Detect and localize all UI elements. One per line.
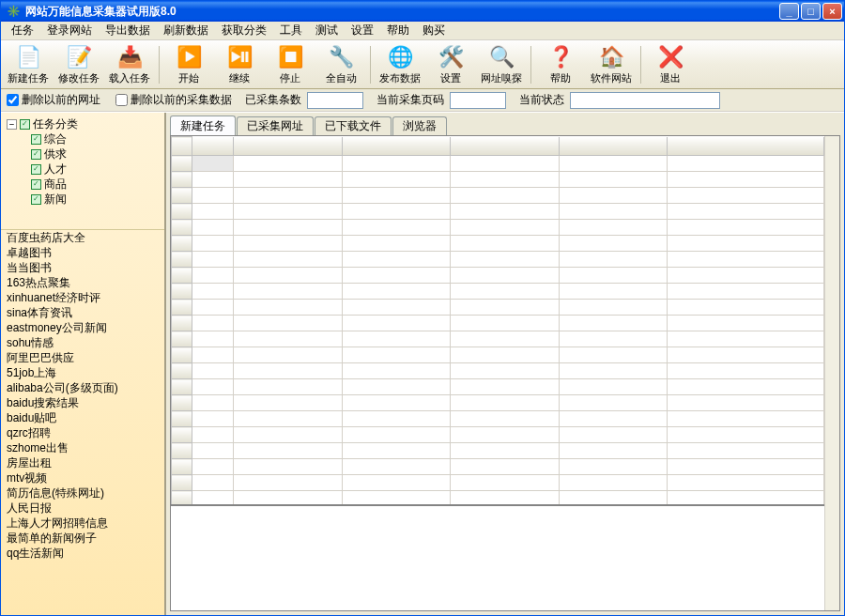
- start-button[interactable]: ▶️开始: [165, 43, 212, 86]
- tab-0[interactable]: 新建任务: [170, 116, 236, 135]
- options-bar: 删除以前的网址 删除以前的采集数据 已采集条数 当前采集页码 当前状态: [1, 89, 844, 112]
- stop-button-icon: ⏹️: [277, 44, 303, 70]
- exit-button[interactable]: ❌退出: [647, 43, 694, 86]
- tree-item-3[interactable]: ✓商品: [3, 177, 162, 192]
- list-item[interactable]: 卓越图书: [1, 245, 164, 260]
- tree-item-label: 供求: [44, 146, 67, 162]
- data-grid[interactable]: [171, 136, 824, 504]
- tree-root[interactable]: − ✓ 任务分类: [3, 116, 162, 131]
- delete-prev-url-checkbox[interactable]: 删除以前的网址: [7, 92, 100, 108]
- menu-5[interactable]: 工具: [273, 21, 309, 40]
- tree-item-1[interactable]: ✓供求: [3, 146, 162, 162]
- delete-prev-data-checkbox[interactable]: 删除以前的采集数据: [115, 92, 232, 108]
- settings-button[interactable]: 🛠️设置: [427, 43, 474, 86]
- publish-button[interactable]: 🌐发布数据: [376, 43, 423, 86]
- check-icon[interactable]: ✓: [20, 119, 30, 130]
- tree-item-2[interactable]: ✓人才: [3, 162, 162, 177]
- auto-button[interactable]: 🔧全自动: [317, 43, 364, 86]
- tree-item-label: 人才: [44, 162, 67, 177]
- list-item[interactable]: alibaba公司(多级页面): [1, 380, 164, 395]
- edit-task-button-icon: 📝: [66, 44, 92, 70]
- settings-button-label: 设置: [440, 71, 461, 85]
- list-item[interactable]: 房屋出租: [1, 455, 164, 470]
- load-task-button-icon: 📥: [116, 44, 143, 70]
- list-item[interactable]: 最简单的新闻例子: [1, 531, 164, 546]
- list-item[interactable]: baidu搜索结果: [1, 395, 164, 410]
- list-item[interactable]: sohu情感: [1, 335, 164, 350]
- toolbar: 📄新建任务📝修改任务📥载入任务▶️开始⏯️继续⏹️停止🔧全自动🌐发布数据🛠️设置…: [1, 40, 844, 89]
- list-item[interactable]: szhome出售: [1, 440, 164, 455]
- maximize-button[interactable]: □: [801, 3, 821, 20]
- load-task-button-label: 载入任务: [109, 71, 150, 85]
- load-task-button[interactable]: 📥载入任务: [106, 43, 153, 86]
- website-button[interactable]: 🏠软件网站: [588, 43, 635, 86]
- help-button[interactable]: ❓帮助: [537, 43, 584, 86]
- new-task-button-icon: 📄: [15, 44, 41, 70]
- new-task-button-label: 新建任务: [8, 71, 49, 85]
- list-item[interactable]: 当当图书: [1, 260, 164, 275]
- main-area: 新建任务已采集网址已下载文件浏览器: [166, 113, 844, 615]
- list-item[interactable]: xinhuanet经济时评: [1, 290, 164, 305]
- toolbar-separator: [159, 46, 160, 84]
- menu-9[interactable]: 购买: [416, 21, 452, 40]
- list-item[interactable]: 阿里巴巴供应: [1, 350, 164, 365]
- current-page-label: 当前采集页码: [376, 92, 444, 108]
- app-icon: ✳️: [6, 4, 21, 19]
- titlebar: ✳️ 网站万能信息采集器试用版8.0 _ □ ×: [1, 1, 844, 22]
- check-icon[interactable]: ✓: [31, 194, 41, 205]
- window-title: 网站万能信息采集器试用版8.0: [23, 4, 779, 20]
- help-button-label: 帮助: [550, 71, 571, 85]
- current-state-input[interactable]: [570, 92, 720, 109]
- tree-item-label: 新闻: [44, 192, 67, 208]
- menu-6[interactable]: 测试: [309, 21, 345, 40]
- menu-4[interactable]: 获取分类: [215, 21, 273, 40]
- tab-3[interactable]: 浏览器: [392, 116, 447, 135]
- check-icon[interactable]: ✓: [31, 164, 41, 175]
- tree-item-0[interactable]: ✓综合: [3, 131, 162, 146]
- toolbar-separator: [530, 46, 531, 84]
- tab-1[interactable]: 已采集网址: [237, 116, 314, 135]
- list-item[interactable]: sina体育资讯: [1, 305, 164, 320]
- menu-7[interactable]: 设置: [345, 21, 380, 40]
- menu-1[interactable]: 登录网站: [40, 21, 99, 40]
- continue-button[interactable]: ⏯️继续: [216, 43, 263, 86]
- close-button[interactable]: ×: [822, 3, 842, 20]
- vertical-scrollbar[interactable]: [824, 136, 839, 610]
- minimize-button[interactable]: _: [779, 3, 799, 20]
- auto-button-label: 全自动: [326, 71, 357, 85]
- task-list: 百度虫药店大全卓越图书当当图书163热点聚集xinhuanet经济时评sina体…: [1, 229, 164, 615]
- stop-button[interactable]: ⏹️停止: [267, 43, 314, 86]
- menu-2[interactable]: 导出数据: [99, 21, 157, 40]
- grid-footer-panel: [171, 504, 824, 506]
- list-item[interactable]: eastmoney公司新闻: [1, 320, 164, 335]
- list-item[interactable]: mtv视频: [1, 470, 164, 485]
- toolbar-separator: [640, 46, 641, 84]
- collapse-icon[interactable]: −: [7, 119, 17, 130]
- menu-8[interactable]: 帮助: [380, 21, 416, 40]
- edit-task-button[interactable]: 📝修改任务: [55, 43, 102, 86]
- current-page-input[interactable]: [450, 92, 506, 109]
- list-item[interactable]: 上海人才网招聘信息: [1, 516, 164, 531]
- tree-item-4[interactable]: ✓新闻: [3, 192, 162, 207]
- tab-2[interactable]: 已下载文件: [315, 116, 392, 135]
- new-task-button[interactable]: 📄新建任务: [5, 43, 52, 86]
- tree-root-label: 任务分类: [33, 116, 78, 132]
- sniff-button[interactable]: 🔍网址嗅探: [478, 43, 525, 86]
- sidebar: − ✓ 任务分类 ✓综合✓供求✓人才✓商品✓新闻 百度虫药店大全卓越图书当当图书…: [1, 113, 166, 615]
- check-icon[interactable]: ✓: [31, 179, 41, 190]
- list-item[interactable]: baidu贴吧: [1, 410, 164, 425]
- edit-task-button-label: 修改任务: [58, 71, 100, 85]
- collected-count-input[interactable]: [307, 92, 363, 109]
- list-item[interactable]: qzrc招聘: [1, 425, 164, 440]
- sniff-button-label: 网址嗅探: [481, 71, 522, 85]
- check-icon[interactable]: ✓: [31, 149, 41, 160]
- list-item[interactable]: 人民日报: [1, 500, 164, 516]
- menu-3[interactable]: 刷新数据: [157, 21, 215, 40]
- list-item[interactable]: 简历信息(特殊网址): [1, 485, 164, 500]
- list-item[interactable]: 51job上海: [1, 365, 164, 380]
- menu-0[interactable]: 任务: [5, 21, 40, 40]
- list-item[interactable]: 163热点聚集: [1, 275, 164, 290]
- list-item[interactable]: 百度虫药店大全: [1, 230, 164, 245]
- list-item[interactable]: qq生活新闻: [1, 546, 164, 561]
- check-icon[interactable]: ✓: [31, 134, 41, 145]
